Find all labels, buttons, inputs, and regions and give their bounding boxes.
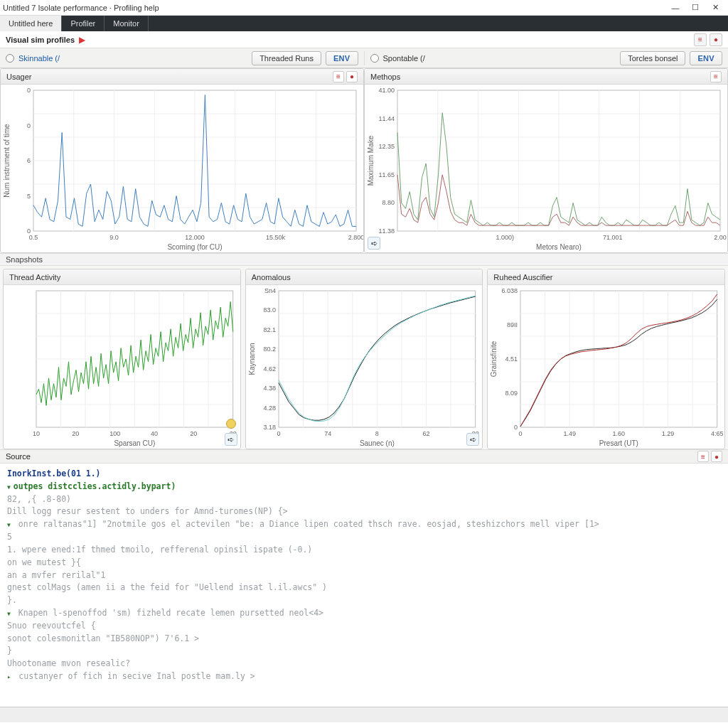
nav-arrow-p4[interactable]: ➪ — [466, 433, 479, 446]
subheader-action-1[interactable]: ≡ — [694, 33, 707, 46]
svg-text:71.001: 71.001 — [603, 234, 623, 241]
chart-methops: 1.000)71.0012.0011.388.8011.6512.3511.44… — [365, 85, 727, 252]
controls-left-label[interactable]: Skinnable (/ — [18, 54, 60, 63]
svg-text:Presart (UT): Presart (UT) — [599, 439, 638, 447]
marker-dot-icon[interactable] — [226, 419, 236, 429]
svg-text:0: 0 — [519, 430, 523, 437]
panel-methops: Methops ≡ 1.000)71.0012.0011.388.8011.65… — [364, 68, 728, 253]
panel-anomalous: Anomalous 074862803.184.284.384.6280.282… — [245, 269, 483, 449]
svg-text:20: 20 — [72, 430, 79, 437]
svg-text:4.28: 4.28 — [263, 405, 276, 412]
panel-methops-btn1[interactable]: ≡ — [710, 71, 722, 82]
play-icon[interactable]: ▶ — [79, 35, 85, 45]
svg-text:12.000: 12.000 — [185, 234, 205, 241]
panel-usager-btn2[interactable]: ● — [346, 71, 358, 82]
svg-text:83.0: 83.0 — [263, 306, 276, 314]
panel-ruheed: Ruheed Auscifier 01.491.601.294:6508.094… — [487, 269, 725, 449]
controls-right-label[interactable]: Spontable (/ — [383, 54, 425, 63]
chart-thread-activity: 1020100402020Sparsan CU) — [4, 285, 240, 449]
svg-text:0: 0 — [27, 122, 31, 129]
svg-text:Grainsfinite: Grainsfinite — [490, 341, 498, 377]
snapshots-label: Snapshots — [6, 255, 43, 264]
svg-text:9.0: 9.0 — [109, 234, 119, 241]
svg-text:100: 100 — [109, 430, 120, 437]
svg-text:8: 8 — [375, 430, 379, 437]
svg-text:Saunec (n): Saunec (n) — [360, 439, 395, 447]
torcles-button[interactable]: Torcles bonsel — [620, 51, 685, 65]
svg-text:2.00: 2.00 — [714, 234, 727, 241]
minimize-button[interactable]: — — [665, 1, 685, 15]
tab-bar: Untitled here Profiler Monitor — [0, 16, 728, 31]
svg-text:Scoming (for CU): Scoming (for CU) — [167, 243, 222, 251]
svg-text:2.800: 2.800 — [348, 234, 363, 241]
svg-text:1.49: 1.49 — [564, 430, 577, 437]
svg-text:Sparsan CU): Sparsan CU) — [114, 439, 155, 447]
nav-arrow-icon[interactable]: ➪ — [368, 237, 380, 250]
svg-text:Sn4: Sn4 — [264, 287, 276, 294]
source-bar: Source ≡ ● — [0, 449, 728, 464]
maximize-button[interactable]: ☐ — [685, 1, 705, 15]
svg-text:15.50k: 15.50k — [266, 234, 286, 241]
threaded-runs-button[interactable]: Threaded Runs — [252, 51, 321, 65]
svg-text:6: 6 — [27, 157, 31, 164]
env-button-right[interactable]: ENV — [690, 51, 722, 65]
svg-text:11.65: 11.65 — [378, 171, 395, 178]
mid-charts-row: Thread Activity 1020100402020Sparsan CU)… — [0, 266, 728, 449]
svg-text:74: 74 — [324, 430, 331, 437]
panel-usager-btn1[interactable]: ≡ — [333, 71, 344, 82]
tab-0[interactable]: Untitled here — [0, 16, 62, 31]
subheader-title: Visual sim profiles — [6, 36, 75, 44]
panel-thread-title: Thread Activity — [9, 273, 60, 282]
subheader-action-2[interactable]: ● — [710, 33, 722, 46]
chart-usager: 0.59.012.00015.50k2.80005600Scoming (for… — [1, 85, 363, 252]
svg-text:11.38: 11.38 — [378, 228, 395, 235]
nav-arrow-p3[interactable]: ➪ — [225, 433, 237, 446]
tab-1[interactable]: Profiler — [62, 16, 105, 31]
svg-text:20: 20 — [190, 430, 197, 437]
window-title: Untitled 7 Isolate performance · Profili… — [3, 4, 665, 12]
chart-ruheed: 01.491.601.294:6508.094.5189II6.038Presa… — [488, 285, 724, 449]
panel-anomalous-title: Anomalous — [252, 273, 291, 282]
svg-text:62: 62 — [422, 430, 429, 437]
panel-usager: Usager ≡ ● 0.59.012.00015.50k2.80005600S… — [0, 68, 364, 253]
panel-usager-title: Usager — [6, 73, 31, 81]
console-output[interactable]: InorkInst.be(01 1.)outpes distcclies.act… — [0, 464, 728, 707]
svg-text:0: 0 — [514, 424, 518, 431]
source-btn2[interactable]: ● — [711, 451, 722, 462]
status-bar — [0, 707, 728, 722]
svg-text:89II: 89II — [507, 321, 518, 328]
svg-text:80.2: 80.2 — [263, 346, 276, 353]
controls-right: Spontable (/ Torcles bonsel ENV — [364, 51, 729, 65]
svg-text:4.38: 4.38 — [263, 385, 276, 392]
panel-ruheed-title: Ruheed Auscifier — [493, 273, 552, 282]
radio-right[interactable] — [370, 54, 379, 63]
panel-methops-title: Methops — [370, 73, 400, 81]
svg-text:0.5: 0.5 — [29, 234, 38, 241]
svg-text:Maximum Make: Maximum Make — [367, 135, 375, 186]
env-button-left[interactable]: ENV — [326, 51, 358, 65]
source-btn1[interactable]: ≡ — [697, 451, 709, 462]
source-label: Source — [6, 452, 31, 461]
svg-text:0: 0 — [27, 228, 31, 235]
close-button[interactable]: ✕ — [705, 1, 725, 15]
svg-text:11.44: 11.44 — [378, 115, 395, 122]
svg-text:1.60: 1.60 — [613, 430, 626, 437]
svg-text:Num instrument of time: Num instrument of time — [3, 124, 11, 198]
controls-row: Skinnable (/ Threaded Runs ENV Spontable… — [0, 48, 728, 68]
svg-text:3.18: 3.18 — [263, 424, 276, 431]
chart-anomalous: 074862803.184.284.384.6280.282.183.0Sn4S… — [246, 285, 483, 449]
svg-text:Kaynanon: Kaynanon — [248, 343, 256, 375]
svg-text:4.62: 4.62 — [263, 365, 276, 373]
svg-text:41.00: 41.00 — [378, 87, 395, 94]
svg-text:40: 40 — [151, 430, 158, 437]
tab-2[interactable]: Monitor — [105, 16, 149, 31]
svg-text:1.29: 1.29 — [662, 430, 675, 437]
window-titlebar: Untitled 7 Isolate performance · Profili… — [0, 0, 728, 16]
svg-text:4:65: 4:65 — [711, 430, 724, 437]
svg-text:8.80: 8.80 — [382, 199, 395, 206]
subheader: Visual sim profiles ▶ ≡ ● — [0, 31, 728, 48]
panel-thread-activity: Thread Activity 1020100402020Sparsan CU)… — [3, 269, 241, 449]
svg-text:0: 0 — [27, 87, 31, 94]
controls-left: Skinnable (/ Threaded Runs ENV — [0, 51, 364, 65]
radio-left[interactable] — [6, 54, 14, 63]
